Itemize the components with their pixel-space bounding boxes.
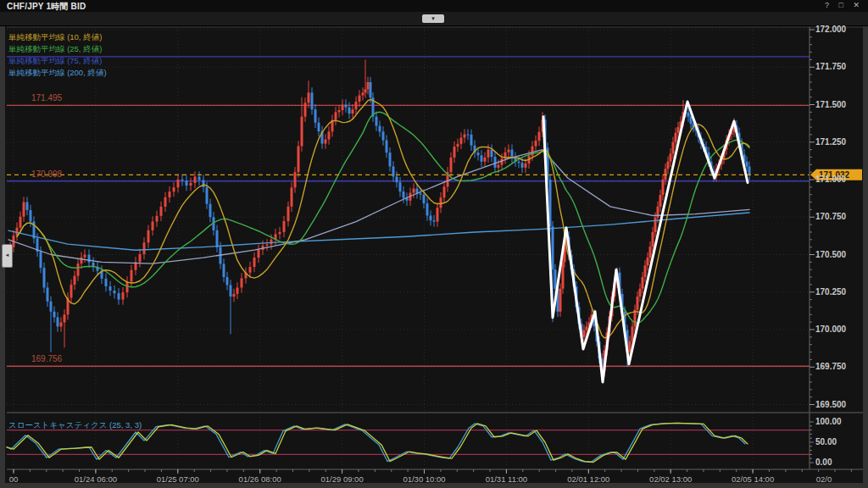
- toolbar-collapse-button[interactable]: ▾: [422, 14, 444, 23]
- help-icon[interactable]: ?: [825, 1, 829, 9]
- chevron-left-icon: ◂: [6, 252, 9, 258]
- panel-collapse-handle[interactable]: ◂: [2, 244, 13, 268]
- close-icon[interactable]: ✕: [853, 1, 860, 9]
- window-controls: ? □ ✕: [817, 1, 860, 9]
- chevron-down-icon: ▾: [431, 15, 435, 21]
- app-window: CHF/JPY 1時間 BID ? □ ✕ ▾ ◂ 171.032 単純移動平均…: [0, 0, 868, 488]
- title-bar: CHF/JPY 1時間 BID: [0, 0, 868, 12]
- maximize-icon[interactable]: □: [839, 1, 843, 9]
- window-title: CHF/JPY 1時間 BID: [7, 1, 86, 13]
- chart-canvas[interactable]: [5, 25, 863, 483]
